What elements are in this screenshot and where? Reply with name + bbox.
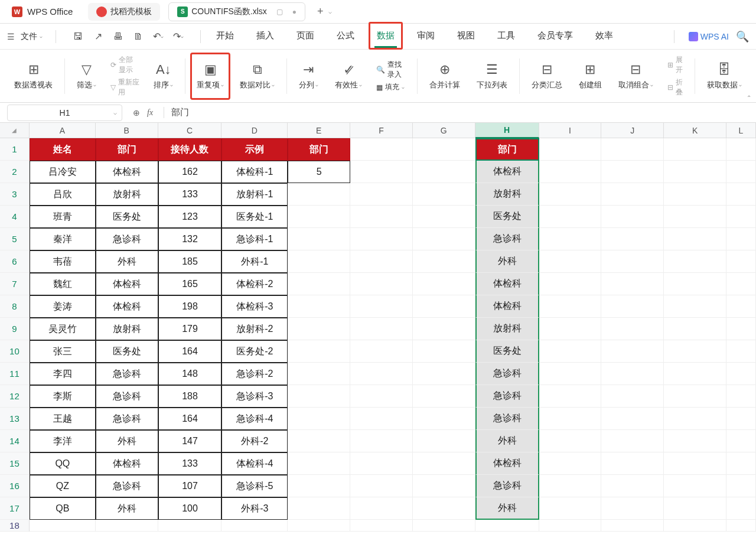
cell-I13[interactable] xyxy=(539,408,602,430)
cell-J7[interactable] xyxy=(601,273,664,295)
menu-view[interactable]: 视图 xyxy=(455,25,477,48)
cell-K14[interactable] xyxy=(664,430,726,452)
dropdown-button[interactable]: ☰ 下拉列表 xyxy=(470,53,514,100)
cell-L11[interactable] xyxy=(726,363,756,385)
cell-K3[interactable] xyxy=(664,183,726,206)
cell-G8[interactable] xyxy=(413,295,475,318)
cell-C4[interactable]: 123 xyxy=(158,206,222,228)
print-preview-icon[interactable]: 🗎 xyxy=(133,31,144,42)
row-header[interactable]: 16 xyxy=(0,475,30,497)
cell-B12[interactable]: 急诊科 xyxy=(96,385,158,408)
cell-D1[interactable]: 示例 xyxy=(221,138,288,161)
cell-L1[interactable] xyxy=(726,138,756,161)
cell-E1[interactable]: 部门 xyxy=(288,138,350,161)
cell-F2[interactable] xyxy=(350,161,413,183)
cell-L12[interactable] xyxy=(726,385,756,408)
cell-E5[interactable] xyxy=(288,228,350,250)
cell-G7[interactable] xyxy=(413,273,475,295)
cell-F13[interactable] xyxy=(350,408,413,430)
show-all-button[interactable]: ⟳ 全部显示 xyxy=(110,55,139,75)
cell-J1[interactable] xyxy=(601,138,664,161)
menu-tools[interactable]: 工具 xyxy=(495,25,517,48)
cell-K11[interactable] xyxy=(664,363,726,385)
cell-J10[interactable] xyxy=(601,340,664,363)
undo-icon[interactable]: ↶⌵ xyxy=(153,31,164,42)
cell-J4[interactable] xyxy=(601,206,664,228)
cell-G15[interactable] xyxy=(413,452,475,475)
cell-A12[interactable]: 李斯 xyxy=(30,385,96,408)
cell-C14[interactable]: 147 xyxy=(158,430,222,452)
zoom-icon[interactable]: ⊕ xyxy=(133,108,140,118)
cell-D5[interactable]: 急诊科-1 xyxy=(221,228,288,250)
cell-E8[interactable] xyxy=(288,295,350,318)
cell-I15[interactable] xyxy=(539,452,602,475)
cell-F14[interactable] xyxy=(350,430,413,452)
spreadsheet-grid[interactable]: ◢ A B C D E F G H I J K L 1姓名部门接待人数示例部门部… xyxy=(0,123,756,544)
cell-I18[interactable] xyxy=(539,520,602,532)
cell-C1[interactable]: 接待人数 xyxy=(158,138,222,161)
cell-I9[interactable] xyxy=(539,318,602,340)
cell-G11[interactable] xyxy=(413,363,475,385)
cell-J13[interactable] xyxy=(601,408,664,430)
cell-B2[interactable]: 体检科 xyxy=(96,161,158,183)
cell-A6[interactable]: 韦蓓 xyxy=(30,250,96,273)
cell-F8[interactable] xyxy=(350,295,413,318)
cell-L7[interactable] xyxy=(726,273,756,295)
cell-D9[interactable]: 放射科-2 xyxy=(221,318,288,340)
row-header[interactable]: 14 xyxy=(0,430,30,452)
sort-button[interactable]: A↓ 排序⌵ xyxy=(146,53,180,100)
cell-E3[interactable] xyxy=(288,183,350,206)
col-header-E[interactable]: E xyxy=(288,123,350,138)
cell-A17[interactable]: QB xyxy=(30,497,96,520)
cell-J12[interactable] xyxy=(601,385,664,408)
cell-B18[interactable] xyxy=(96,520,158,532)
wps-ai-button[interactable]: WPS AI xyxy=(689,32,729,41)
cell-B9[interactable]: 放射科 xyxy=(96,318,158,340)
cell-I8[interactable] xyxy=(539,295,602,318)
col-header-D[interactable]: D xyxy=(221,123,288,138)
cell-C18[interactable] xyxy=(158,520,222,532)
cell-E2[interactable]: 5 xyxy=(288,161,350,183)
col-header-C[interactable]: C xyxy=(158,123,222,138)
save-icon[interactable]: 🖫 xyxy=(73,31,83,42)
cell-H2[interactable]: 体检科 xyxy=(475,161,539,183)
cell-J2[interactable] xyxy=(601,161,664,183)
cell-F7[interactable] xyxy=(350,273,413,295)
cell-D3[interactable]: 放射科-1 xyxy=(221,183,288,206)
cell-B13[interactable]: 急诊科 xyxy=(96,408,158,430)
cell-A13[interactable]: 王越 xyxy=(30,408,96,430)
col-header-K[interactable]: K xyxy=(664,123,726,138)
ungroup-button[interactable]: ⊟ 取消组合⌵ xyxy=(611,53,660,100)
cell-F5[interactable] xyxy=(350,228,413,250)
cell-C11[interactable]: 148 xyxy=(158,363,222,385)
cell-C6[interactable]: 185 xyxy=(158,250,222,273)
cell-E6[interactable] xyxy=(288,250,350,273)
row-header[interactable]: 6 xyxy=(0,250,30,273)
cell-H5[interactable]: 急诊科 xyxy=(475,228,539,250)
text-to-columns-button[interactable]: ⇥ 分列⌵ xyxy=(292,53,325,100)
name-box[interactable]: H1 ⌵ xyxy=(7,105,122,121)
col-header-G[interactable]: G xyxy=(413,123,475,138)
cell-A15[interactable]: QQ xyxy=(30,452,96,475)
cell-C16[interactable]: 107 xyxy=(158,475,222,497)
cell-D12[interactable]: 急诊科-3 xyxy=(221,385,288,408)
cell-D14[interactable]: 外科-2 xyxy=(221,430,288,452)
cell-B7[interactable]: 体检科 xyxy=(96,273,158,295)
cell-D18[interactable] xyxy=(221,520,288,532)
cell-L10[interactable] xyxy=(726,340,756,363)
cell-I14[interactable] xyxy=(539,430,602,452)
row-header[interactable]: 8 xyxy=(0,295,30,318)
cell-A18[interactable] xyxy=(30,520,96,532)
cell-H12[interactable]: 急诊科 xyxy=(475,385,539,408)
cell-I10[interactable] xyxy=(539,340,602,363)
col-header-I[interactable]: I xyxy=(539,123,602,138)
cell-G6[interactable] xyxy=(413,250,475,273)
cell-K13[interactable] xyxy=(664,408,726,430)
cell-A14[interactable]: 李洋 xyxy=(30,430,96,452)
cell-D8[interactable]: 体检科-3 xyxy=(221,295,288,318)
cell-B14[interactable]: 外科 xyxy=(96,430,158,452)
cell-J14[interactable] xyxy=(601,430,664,452)
cell-G10[interactable] xyxy=(413,340,475,363)
tab-file-active[interactable]: S COUNTIFS函数.xlsx ▢ ● xyxy=(168,2,305,21)
menu-page[interactable]: 页面 xyxy=(294,25,317,48)
